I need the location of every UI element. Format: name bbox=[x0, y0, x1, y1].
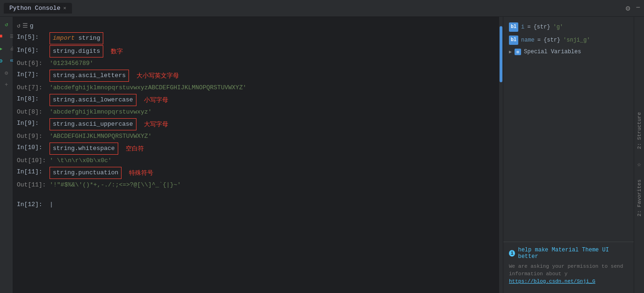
line7-content: string.ascii_letters 大小写英文字母 bbox=[50, 70, 495, 82]
var-item-i: bl i = {str} 'g' bbox=[503, 21, 634, 34]
prompt-out11: Out[11]: bbox=[17, 180, 50, 190]
tab-bar-actions: ⚙ − bbox=[626, 4, 640, 13]
g-value: g bbox=[30, 21, 34, 31]
annotation-in9: 大写字母 bbox=[144, 119, 168, 129]
main-layout: ↺ ■ ☰ ▶ 🖨 ⚙ ∞ ⚙ + ↺ ☰ g In[5]: import bbox=[0, 17, 644, 293]
add-icon[interactable]: + bbox=[2, 80, 11, 90]
out9-value: 'ABCDEFGHIJKLMNOPQRSTUVWXYZ' bbox=[50, 131, 151, 142]
help-section: i help make Material Theme UI better We … bbox=[503, 242, 634, 289]
code-in5: import string bbox=[50, 32, 103, 44]
g-line: ↺ ☰ g bbox=[13, 21, 499, 32]
tab-bar: Python Console × ⚙ − bbox=[0, 0, 644, 17]
prompt-in5: In[5]: bbox=[17, 32, 50, 43]
code-in9: string.ascii_uppercase bbox=[50, 118, 136, 130]
prompt-out8: Out[8]: bbox=[17, 107, 50, 117]
help-link[interactable]: https://blog.csdn.net/Snji_G bbox=[509, 279, 595, 284]
prompt-in11: In[11]: bbox=[17, 167, 50, 177]
out6-value: '0123456789' bbox=[50, 58, 93, 69]
annotation-in10: 空白符 bbox=[126, 143, 144, 154]
scrollbar-track[interactable] bbox=[499, 17, 503, 293]
prompt-in8: In[8]: bbox=[17, 94, 50, 104]
line6-content: string.digits 数字 bbox=[50, 45, 495, 57]
expand-arrow-icon: ▶ bbox=[509, 49, 512, 55]
python-console-tab[interactable]: Python Console × bbox=[4, 3, 72, 14]
var-type-name: {str} bbox=[544, 36, 560, 45]
var-badge-i: bl bbox=[509, 22, 518, 32]
line9-content: string.ascii_uppercase 大写字母 bbox=[50, 118, 495, 130]
import-module: string bbox=[79, 35, 100, 42]
line-out9: Out[9]: 'ABCDEFGHIJKLMNOPQRSTUVWXYZ' bbox=[13, 131, 499, 142]
line-in9: In[9]: string.ascii_uppercase 大写字母 bbox=[13, 118, 499, 131]
prompt-in12: In[12]: bbox=[17, 200, 50, 210]
spacer bbox=[13, 191, 499, 199]
code-in11: string.punctuation bbox=[50, 167, 122, 179]
var-badge-name: bl bbox=[509, 36, 518, 45]
code-in10: string.whitespace bbox=[50, 143, 118, 155]
help-title-text: help make Material Theme UI better bbox=[518, 247, 628, 260]
special-vars-label: Special Variables bbox=[524, 49, 581, 55]
rerun-icon[interactable]: ↺ bbox=[2, 20, 11, 29]
favorites-tab[interactable]: 2: Favorites bbox=[636, 178, 643, 218]
tab-close-button[interactable]: × bbox=[63, 6, 66, 11]
line-in7: In[7]: string.ascii_letters 大小写英文字母 bbox=[13, 69, 499, 82]
line-out6: Out[6]: '0123456789' bbox=[13, 58, 499, 69]
import-keyword: import bbox=[53, 35, 75, 42]
code-in7: string.ascii_letters bbox=[50, 70, 129, 82]
annotation-in6: 数字 bbox=[111, 46, 123, 57]
structure-tab[interactable]: 2: Structure bbox=[636, 110, 643, 151]
annotation-in7: 大小写英文字母 bbox=[136, 71, 179, 81]
debug-icon[interactable]: ⚙ bbox=[0, 56, 6, 65]
prompt-in6: In[6]: bbox=[17, 45, 50, 56]
special-vars-icon: ⊞ bbox=[515, 49, 521, 55]
line-in6: In[6]: string.digits 数字 bbox=[13, 45, 499, 58]
code-in8: string.ascii_lowercase bbox=[50, 94, 136, 106]
run-icon[interactable]: ▶ bbox=[0, 44, 6, 53]
var-val-name: 'snji_g' bbox=[563, 36, 590, 45]
var-item-name: bl name = {str} 'snji_g' bbox=[503, 34, 634, 47]
var-name-i: i bbox=[521, 22, 524, 32]
var-eq-name: = bbox=[537, 36, 541, 45]
line-in8: In[8]: string.ascii_lowercase 小写字母 bbox=[13, 93, 499, 107]
prompt-out10: Out[10]: bbox=[17, 156, 50, 166]
line-out8: Out[8]: 'abcdefghijklmnopqrstuvwxyz' bbox=[13, 107, 499, 118]
prompt-out6: Out[6]: bbox=[17, 58, 50, 69]
prompt-out7: Out[7]: bbox=[17, 83, 50, 93]
favorites-star-icon[interactable]: ☆ bbox=[637, 160, 641, 168]
settings-icon[interactable]: ⚙ bbox=[626, 4, 630, 13]
minimize-icon[interactable]: − bbox=[636, 4, 640, 13]
line-out7: Out[7]: 'abcdefghijklmnopqrstuvwxyzABCDE… bbox=[13, 82, 499, 93]
out10-value: ' \t\n\r\x0b\x0c' bbox=[50, 156, 112, 166]
line-in10: In[10]: string.whitespace 空白符 bbox=[13, 142, 499, 155]
line-in12: In[12]: | bbox=[13, 199, 499, 210]
line11-content: string.punctuation 特殊符号 bbox=[50, 167, 495, 179]
help-title: i help make Material Theme UI better bbox=[509, 247, 628, 260]
line8-content: string.ascii_lowercase 小写字母 bbox=[50, 94, 495, 106]
annotation-in8: 小写字母 bbox=[144, 95, 168, 105]
scrollbar-thumb[interactable] bbox=[500, 26, 502, 82]
vert-tabs: 2: Structure ☆ 2: Favorites bbox=[634, 17, 644, 293]
line5-content: import string bbox=[50, 32, 495, 44]
right-panel: bl i = {str} 'g' bl name = {str} 'snji_g… bbox=[503, 17, 634, 293]
line10-content: string.whitespace 空白符 bbox=[50, 143, 495, 155]
prompt-out9: Out[9]: bbox=[17, 131, 50, 142]
out11-value: '!"#$%&\'()*+,-./:;<=>?@[\\]^_`{|}~' bbox=[50, 180, 181, 190]
var-eq-i: = bbox=[527, 22, 530, 32]
prompt-in7: In[7]: bbox=[17, 70, 50, 80]
special-vars[interactable]: ▶ ⊞ Special Variables bbox=[503, 47, 634, 57]
var-val-i: 'g' bbox=[553, 22, 563, 32]
line-in5: In[5]: import string bbox=[13, 32, 499, 45]
var-name-name: name bbox=[521, 36, 535, 45]
annotation-in11: 特殊符号 bbox=[129, 168, 153, 178]
help-info-icon: i bbox=[509, 250, 515, 257]
settings-icon[interactable]: ⚙ bbox=[2, 68, 11, 78]
console-area[interactable]: ↺ ☰ g In[5]: import string In[6]: string… bbox=[13, 17, 499, 293]
line-out10: Out[10]: ' \t\n\r\x0b\x0c' bbox=[13, 155, 499, 166]
var-type-i: {str} bbox=[533, 22, 550, 32]
out7-value: 'abcdefghijklmnopqrstuvwxyzABCDEFGHIJKLM… bbox=[50, 83, 246, 93]
line-out11: Out[11]: '!"#$%&\'()*+,-./:;<=>?@[\\]^_`… bbox=[13, 179, 499, 191]
prompt-in9: In[9]: bbox=[17, 118, 50, 129]
cursor-blink: | bbox=[50, 200, 53, 210]
prompt-in10: In[10]: bbox=[17, 143, 50, 153]
line-in11: In[11]: string.punctuation 特殊符号 bbox=[13, 166, 499, 179]
stop-icon[interactable]: ■ bbox=[0, 32, 6, 41]
